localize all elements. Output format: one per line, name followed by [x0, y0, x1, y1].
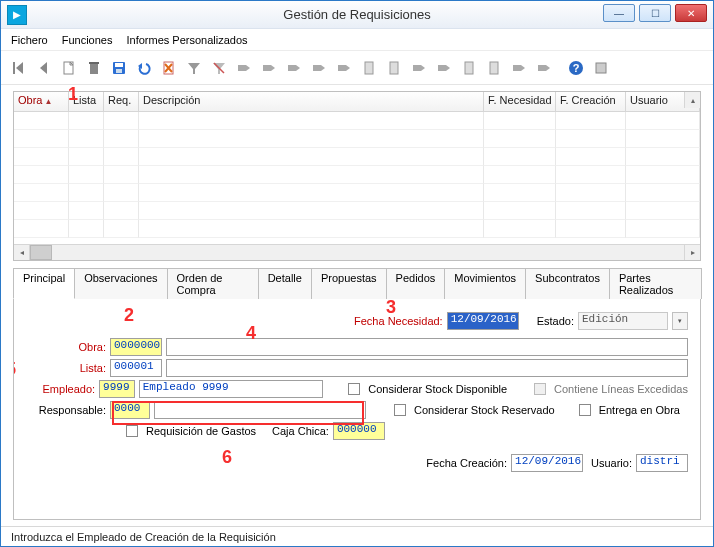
- label-stock-reservado: Considerar Stock Reservado: [414, 404, 555, 416]
- tool-doc3-icon[interactable]: [457, 56, 481, 80]
- col-fnecesidad[interactable]: F. Necesidad: [484, 92, 556, 111]
- field-empleado-code[interactable]: 9999: [99, 380, 135, 398]
- field-caja-chica[interactable]: 000000: [333, 422, 385, 440]
- tool-first-icon[interactable]: [7, 56, 31, 80]
- tab-orden-compra[interactable]: Orden de Compra: [167, 268, 259, 299]
- tool-tag4-icon[interactable]: [307, 56, 331, 80]
- svg-marker-2: [40, 62, 47, 74]
- label-stock-disponible: Considerar Stock Disponible: [368, 383, 507, 395]
- app-window: ▶ Gestión de Requisiciones — ☐ ✕ Fichero…: [0, 0, 714, 547]
- maximize-button[interactable]: ☐: [639, 4, 671, 22]
- svg-marker-23: [438, 65, 450, 71]
- label-fecha-creacion: Fecha Creación:: [426, 457, 507, 469]
- field-responsable-code[interactable]: 0000: [110, 401, 150, 419]
- h-scrollbar[interactable]: ◂ ▸: [14, 244, 700, 260]
- chk-stock-disponible[interactable]: [348, 383, 360, 395]
- tool-delete-icon[interactable]: [82, 56, 106, 80]
- svg-marker-12: [188, 63, 200, 74]
- label-estado: Estado:: [537, 315, 574, 327]
- estado-dropdown-icon[interactable]: ▾: [672, 312, 688, 330]
- tool-tag6-icon[interactable]: [407, 56, 431, 80]
- svg-rect-9: [116, 69, 122, 73]
- svg-marker-1: [16, 62, 23, 74]
- tool-doc2-icon[interactable]: [382, 56, 406, 80]
- tool-tag8-icon[interactable]: [507, 56, 531, 80]
- menu-bar: Fichero Funciones Informes Personalizado…: [1, 29, 713, 51]
- tool-doc4-icon[interactable]: [482, 56, 506, 80]
- data-grid[interactable]: Obra▲ Lista Req. Descripción F. Necesida…: [13, 91, 701, 261]
- col-descripcion[interactable]: Descripción: [139, 92, 484, 111]
- col-fcreacion[interactable]: F. Creación: [556, 92, 626, 111]
- tool-filter-icon[interactable]: [182, 56, 206, 80]
- scroll-right-icon[interactable]: ▸: [684, 245, 700, 260]
- tool-tag9-icon[interactable]: [532, 56, 556, 80]
- chk-entrega-obra[interactable]: [579, 404, 591, 416]
- grid-body[interactable]: [14, 112, 700, 244]
- field-empleado-desc[interactable]: Empleado 9999: [139, 380, 323, 398]
- minimize-button[interactable]: —: [603, 4, 635, 22]
- svg-marker-15: [238, 65, 250, 71]
- menu-funciones[interactable]: Funciones: [62, 34, 113, 46]
- svg-marker-19: [338, 65, 350, 71]
- col-obra[interactable]: Obra▲: [14, 92, 69, 111]
- scroll-thumb[interactable]: [30, 245, 52, 260]
- field-fecha-necesidad[interactable]: 12/09/2016: [447, 312, 519, 330]
- tool-tag2-icon[interactable]: [257, 56, 281, 80]
- app-icon: ▶: [7, 5, 27, 25]
- scroll-up-icon[interactable]: ▴: [684, 92, 700, 108]
- chk-lineas-excedidas: [534, 383, 546, 395]
- svg-marker-27: [538, 65, 550, 71]
- svg-rect-5: [90, 64, 98, 74]
- tool-help-icon[interactable]: ?: [564, 56, 588, 80]
- svg-rect-20: [365, 62, 373, 74]
- tool-tag1-icon[interactable]: [232, 56, 256, 80]
- tool-new-icon[interactable]: [57, 56, 81, 80]
- close-button[interactable]: ✕: [675, 4, 707, 22]
- tool-filter-clear-icon[interactable]: [207, 56, 231, 80]
- field-obra-desc[interactable]: [166, 338, 688, 356]
- label-lineas-excedidas: Contiene Líneas Excedidas: [554, 383, 688, 395]
- tab-principal[interactable]: Principal: [13, 268, 75, 299]
- scroll-left-icon[interactable]: ◂: [14, 245, 30, 260]
- field-obra-code[interactable]: 0000000: [110, 338, 162, 356]
- menu-informes[interactable]: Informes Personalizados: [126, 34, 247, 46]
- tab-pedidos[interactable]: Pedidos: [386, 268, 446, 299]
- tab-partes-realizados[interactable]: Partes Realizados: [609, 268, 702, 299]
- tool-save-icon[interactable]: [107, 56, 131, 80]
- field-responsable-desc[interactable]: [154, 401, 366, 419]
- tab-detalle[interactable]: Detalle: [258, 268, 312, 299]
- tab-movimientos[interactable]: Movimientos: [444, 268, 526, 299]
- callout-5: 5: [13, 359, 16, 380]
- status-text: Introduzca el Empleado de Creación de la…: [11, 531, 276, 543]
- tool-tag7-icon[interactable]: [432, 56, 456, 80]
- status-bar: Introduzca el Empleado de Creación de la…: [1, 526, 713, 546]
- field-estado: Edición: [578, 312, 668, 330]
- chk-req-gastos[interactable]: [126, 425, 138, 437]
- col-req[interactable]: Req.: [104, 92, 139, 111]
- tool-doc1-icon[interactable]: [357, 56, 381, 80]
- tool-undo-icon[interactable]: [132, 56, 156, 80]
- tab-propuestas[interactable]: Propuestas: [311, 268, 387, 299]
- svg-marker-22: [413, 65, 425, 71]
- field-lista-code[interactable]: 000001: [110, 359, 162, 377]
- col-lista[interactable]: Lista: [69, 92, 104, 111]
- label-usuario: Usuario:: [591, 457, 632, 469]
- tool-tag5-icon[interactable]: [332, 56, 356, 80]
- label-responsable: Responsable:: [26, 404, 106, 416]
- tab-subcontratos[interactable]: Subcontratos: [525, 268, 610, 299]
- field-usuario[interactable]: distri: [636, 454, 688, 472]
- form-panel: 2 3 4 5 6 Fecha Necesidad: 12/09/2016 Es…: [13, 299, 701, 520]
- field-lista-desc[interactable]: [166, 359, 688, 377]
- tool-cancel-icon[interactable]: [157, 56, 181, 80]
- svg-marker-16: [263, 65, 275, 71]
- tool-prev-icon[interactable]: [32, 56, 56, 80]
- tool-tag3-icon[interactable]: [282, 56, 306, 80]
- field-fecha-creacion[interactable]: 12/09/2016: [511, 454, 583, 472]
- menu-fichero[interactable]: Fichero: [11, 34, 48, 46]
- svg-marker-26: [513, 65, 525, 71]
- svg-rect-21: [390, 62, 398, 74]
- chk-stock-reservado[interactable]: [394, 404, 406, 416]
- toolbar: ?: [1, 51, 713, 85]
- tool-config-icon[interactable]: [589, 56, 613, 80]
- tab-observaciones[interactable]: Observaciones: [74, 268, 167, 299]
